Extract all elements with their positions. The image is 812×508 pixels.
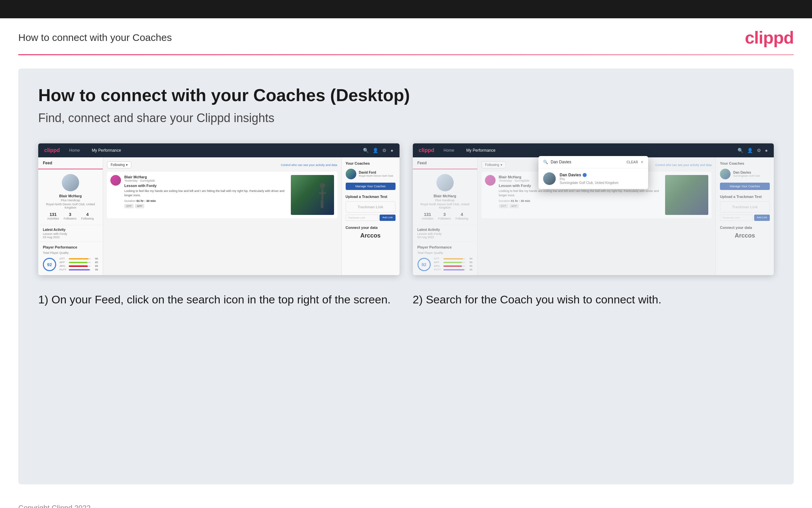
page-title: How to connect with your Coaches [18, 32, 172, 43]
post-avatar-1 [110, 175, 121, 186]
stat-followers-2: 3 Followers [438, 212, 451, 220]
search-close-btn[interactable]: × [641, 159, 643, 165]
following-button-2: Following ▾ [482, 161, 506, 168]
tag-ott-1: OTT [124, 204, 134, 208]
manage-coaches-btn-1[interactable]: Manage Your Coaches [346, 183, 395, 190]
search-result-club: Sunningdale Golf Club, United Kingdom [560, 181, 619, 185]
caption-number-2: 2) [413, 293, 423, 306]
sidebar-user-club-2: Royal North Devon Golf Club, United King… [418, 203, 473, 209]
search-icon-2[interactable]: 🔍 [737, 148, 743, 153]
sidebar-user-club-1: Royal North Devon Golf Club, United King… [43, 203, 98, 209]
search-bar: 🔍 Dan Davies CLEAR × [538, 156, 648, 168]
avatar-nav-2[interactable]: ● [765, 148, 768, 153]
score-row-2: 92 OTT 90 APP 85 [418, 257, 473, 272]
coach-item-1: David Ford Royal North Devon Golf Club [346, 169, 395, 179]
caption-number-1: 1) [38, 293, 48, 306]
logo: clippd [745, 28, 794, 48]
coach-avatar-1 [346, 169, 356, 179]
header: How to connect with your Coaches clippd [0, 18, 812, 54]
app-latest-1: Latest Activity Lesson with Fordy 03 Aug… [38, 225, 103, 242]
upload-title-2: Upload a Trackman Test [720, 195, 770, 199]
svg-point-0 [320, 183, 325, 188]
add-link-btn-2[interactable]: Add Link [754, 215, 770, 221]
post-image-2 [665, 175, 708, 215]
stat-following-2: 4 Following [456, 212, 468, 220]
app-performance-1: Player Performance Total Player Quality … [38, 242, 103, 275]
score-row-1: 92 OTT 90 APP [43, 257, 98, 272]
coaches-title-2: Your Coaches [720, 161, 770, 165]
app-right-1: Your Coaches David Ford Royal North Devo… [341, 157, 399, 275]
metric-app-1: APP 85 [59, 261, 98, 264]
search-clear-btn[interactable]: CLEAR [626, 160, 638, 164]
metrics-1: OTT 90 APP [59, 257, 98, 272]
top-bar [0, 0, 812, 18]
trackman-box-1: Trackman Link [346, 201, 395, 213]
app-nav-performance-1[interactable]: My Performance [89, 147, 124, 154]
post-name-1: Blair McHarg [124, 175, 288, 179]
screenshot-1: clippd Home My Performance 🔍 👤 ⚙ ● Feed [38, 143, 399, 275]
app-nav-icons-1: 🔍 👤 ⚙ ● [363, 148, 393, 153]
app-performance-2: Player Performance Total Player Quality … [413, 242, 477, 275]
sidebar-user-tag-2: Plus Handicap [435, 199, 455, 202]
app-nav-performance-2[interactable]: My Performance [464, 147, 498, 154]
user-icon-1[interactable]: 👤 [373, 148, 378, 153]
user-avatar-2 [436, 174, 454, 191]
svg-rect-2 [319, 192, 326, 194]
verified-badge [583, 173, 587, 177]
stat-activities-1: 131 Activities [47, 212, 59, 220]
coach-club-2: Sunningdale Golf Club [733, 174, 760, 177]
post-title-1: Lesson with Fordy [124, 184, 288, 187]
avatar-nav-1[interactable]: ● [390, 148, 393, 153]
control-link-1[interactable]: Control who can see your activity and da… [281, 163, 337, 167]
coach-info-2: Dan Davies Sunningdale Golf Club [733, 171, 760, 177]
post-meta-1: Yesterday · Sunnigdale [124, 179, 288, 182]
search-result-info: Dan Davies Pro Sunningdale Golf Club, Un… [560, 173, 619, 185]
lesson-date-1: 03 Aug 2022 [43, 236, 98, 239]
search-input[interactable]: Dan Davies [551, 160, 624, 164]
search-bar-icon: 🔍 [543, 160, 548, 164]
stat-followers-num-1: 3 [63, 212, 77, 217]
sidebar-user-name-2: Blair McHarg [434, 194, 457, 198]
screenshot-2: clippd Home My Performance 🔍 👤 ⚙ ● 🔍 Dan… [413, 143, 774, 275]
svg-rect-1 [322, 188, 323, 200]
post-content-1: Blair McHarg Yesterday · Sunnigdale Less… [124, 175, 288, 215]
trackman-field-2[interactable]: Trackman Link [720, 215, 753, 221]
upload-title-1: Upload a Trackman Test [346, 195, 395, 199]
coach-club-1: Royal North Devon Golf Club [359, 174, 393, 177]
svg-rect-3 [321, 200, 322, 208]
app-nav-home-2[interactable]: Home [441, 147, 457, 154]
score-circle-1: 92 [43, 258, 56, 271]
settings-icon-2[interactable]: ⚙ [757, 148, 761, 153]
tag-app-1: APP [135, 204, 144, 208]
post-duration-1: Duration 01 hr : 30 min [124, 199, 288, 203]
main-title: How to connect with your Coaches (Deskto… [38, 85, 774, 105]
app-body-1: Feed Blair McHarg Plus Handicap Royal No… [38, 157, 399, 275]
stat-followers-1: 3 Followers [63, 212, 77, 220]
caption-body-1: On your Feed, click on the search icon i… [51, 293, 391, 306]
sidebar-user-tag-1: Plus Handicap [61, 199, 80, 202]
stat-activities-num-1: 131 [47, 212, 59, 217]
sidebar-stats-2: 131 Activities 3 Followers 4 Following [422, 212, 468, 220]
connect-title-1: Connect your data [346, 225, 395, 229]
feed-post-1: Blair McHarg Yesterday · Sunnigdale Less… [107, 172, 337, 218]
connect-title-2: Connect your data [720, 225, 770, 229]
search-icon-1[interactable]: 🔍 [363, 148, 369, 153]
caption-2: 2) Search for the Coach you wish to conn… [413, 292, 774, 308]
app-nav-2: clippd Home My Performance 🔍 👤 ⚙ ● [413, 143, 774, 157]
manage-coaches-btn-2[interactable]: Manage Your Coaches [720, 183, 770, 190]
search-overlay: 🔍 Dan Davies CLEAR × Dan Davies Pro Sunn… [538, 156, 648, 189]
coach-avatar-2 [720, 169, 730, 179]
following-button-1[interactable]: Following ▾ [107, 161, 131, 168]
add-link-btn-1[interactable]: Add Link [380, 215, 395, 221]
app-nav-home-1[interactable]: Home [66, 147, 83, 154]
search-result-1[interactable]: Dan Davies Pro Sunningdale Golf Club, Un… [538, 168, 648, 189]
post-text-1: Looking to feel like my hands are exitin… [124, 189, 288, 197]
stat-following-1: 4 Following [81, 212, 94, 220]
lesson-label-1: Lesson with Fordy [43, 232, 98, 236]
user-icon-2[interactable]: 👤 [747, 148, 753, 153]
settings-icon-1[interactable]: ⚙ [382, 148, 387, 153]
sidebar-feed-label-1: Feed [38, 157, 103, 169]
svg-rect-4 [322, 200, 323, 208]
app-profile-section-2: Blair McHarg Plus Handicap Royal North D… [413, 169, 477, 225]
trackman-field-1[interactable]: Trackman Link [346, 215, 379, 221]
